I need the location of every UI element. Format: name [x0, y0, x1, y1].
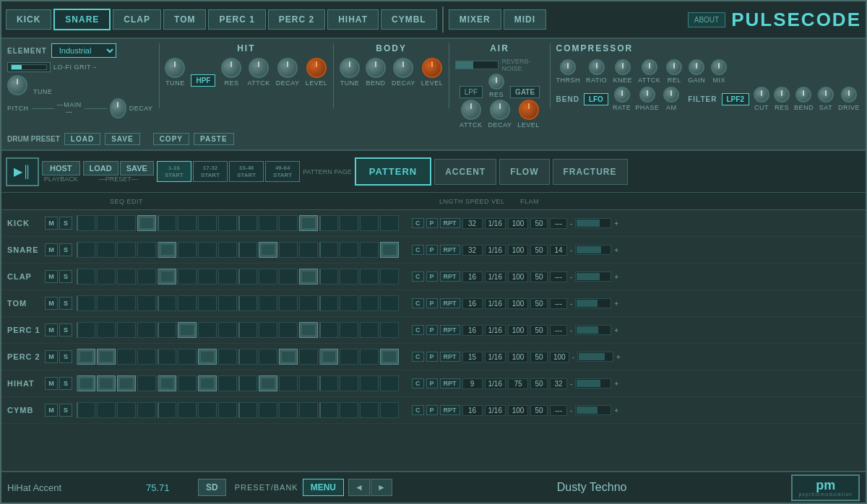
lpf2-button[interactable]: LPF2 [722, 93, 749, 105]
step-4-4[interactable] [158, 322, 176, 338]
hit-attck-knob-ctrl[interactable] [249, 58, 269, 78]
step-7-10[interactable] [279, 402, 298, 418]
level-minus-1[interactable]: - [569, 246, 573, 254]
level-plus-5[interactable]: + [616, 353, 621, 361]
comp-ratio-ctrl[interactable] [589, 59, 605, 75]
step-6-5[interactable] [178, 375, 197, 391]
flam-val-2[interactable]: --- [550, 271, 567, 282]
step-2-2[interactable] [117, 269, 136, 284]
pattern-button[interactable]: PATTERN [355, 157, 431, 186]
step-3-8[interactable] [238, 295, 257, 311]
step-1-5[interactable] [178, 242, 197, 258]
step-5-3[interactable] [137, 349, 156, 365]
step-3-3[interactable] [137, 295, 156, 311]
flam-box-7[interactable]: 50 [530, 405, 548, 416]
level-minus-7[interactable]: - [569, 407, 573, 414]
step-0-9[interactable] [259, 215, 277, 231]
level-minus-4[interactable]: - [569, 326, 573, 334]
ms-btn-s-6[interactable]: S [59, 377, 72, 390]
flam-box-3[interactable]: 50 [530, 298, 548, 309]
step-7-7[interactable] [218, 402, 237, 418]
step-3-6[interactable] [198, 295, 217, 311]
step-0-7[interactable] [218, 215, 237, 231]
flam-val-7[interactable]: --- [550, 405, 567, 416]
speed-box-0[interactable]: 1/16 [485, 218, 506, 229]
lpf-button[interactable]: LPF [460, 86, 483, 98]
tab-tom[interactable]: TOM [163, 9, 206, 30]
step-0-5[interactable] [178, 215, 197, 231]
comp-attck-ctrl[interactable] [642, 59, 657, 75]
ms-btn-s-7[interactable]: S [59, 404, 72, 417]
step-5-8[interactable] [238, 349, 257, 365]
air-res-knob-ctrl[interactable] [488, 74, 504, 90]
step-4-15[interactable] [380, 322, 399, 338]
speed-box-3[interactable]: 1/16 [485, 298, 506, 309]
step-4-3[interactable] [137, 322, 156, 338]
step-7-15[interactable] [380, 402, 399, 418]
step-1-7[interactable] [218, 242, 237, 258]
vel-box-0[interactable]: 100 [508, 218, 528, 229]
step-3-14[interactable] [360, 295, 379, 311]
step-3-10[interactable] [279, 295, 298, 311]
step-5-13[interactable] [340, 349, 358, 365]
flam-box-4[interactable]: 50 [530, 325, 548, 336]
step-6-9[interactable] [259, 375, 277, 391]
load-preset-button[interactable]: LOAD [83, 161, 118, 175]
flam-val-6[interactable]: 32 [550, 378, 567, 389]
step-4-1[interactable] [97, 322, 116, 338]
decay-knob[interactable] [110, 98, 126, 118]
step-3-12[interactable] [319, 295, 338, 311]
step-3-13[interactable] [340, 295, 358, 311]
cpr-btn-p-2[interactable]: P [426, 271, 438, 282]
ms-btn-s-3[interactable]: S [59, 297, 72, 310]
speed-box-4[interactable]: 1/16 [485, 325, 506, 336]
step-6-10[interactable] [279, 375, 298, 391]
step-0-15[interactable] [380, 215, 399, 231]
vel-box-3[interactable]: 100 [508, 298, 528, 309]
step-7-4[interactable] [158, 402, 176, 418]
cpr-btn-c-7[interactable]: C [412, 405, 424, 415]
gate-button[interactable]: GATE [510, 86, 540, 98]
tab-perc2[interactable]: PERC 2 [268, 9, 325, 30]
step-5-12[interactable] [319, 349, 338, 365]
step-2-14[interactable] [360, 269, 379, 284]
tab-hihat[interactable]: HIHAT [327, 9, 379, 30]
step-1-15[interactable] [380, 242, 399, 258]
air-level-knob-ctrl[interactable] [519, 100, 539, 120]
cpr-btn-rpt-1[interactable]: RPT [440, 245, 460, 255]
step-6-15[interactable] [380, 375, 399, 391]
step-4-8[interactable] [238, 322, 257, 338]
hit-res-knob-ctrl[interactable] [221, 58, 241, 78]
tab-snare[interactable]: SNARE [53, 9, 111, 30]
level-minus-0[interactable]: - [569, 220, 573, 227]
vel-box-5[interactable]: 100 [508, 352, 528, 362]
step-7-5[interactable] [178, 402, 197, 418]
flam-box-1[interactable]: 50 [530, 245, 548, 256]
step-4-2[interactable] [117, 322, 136, 338]
length-box-0[interactable]: 32 [462, 218, 483, 229]
level-plus-3[interactable]: + [613, 300, 619, 308]
speed-box-7[interactable]: 1/16 [485, 405, 506, 416]
page-btn-1-16[interactable]: 1-16 START [157, 161, 191, 182]
element-select[interactable]: Industrial [51, 43, 116, 58]
cpr-btn-c-5[interactable]: C [412, 352, 424, 362]
step-5-10[interactable] [279, 349, 298, 365]
step-1-9[interactable] [259, 242, 277, 258]
step-1-12[interactable] [319, 242, 338, 258]
step-2-6[interactable] [198, 269, 217, 284]
ms-btn-s-5[interactable]: S [59, 350, 72, 363]
save-preset-button[interactable]: SAVE [120, 161, 154, 175]
filter-bend-ctrl[interactable] [795, 87, 811, 103]
level-plus-0[interactable]: + [613, 220, 619, 227]
step-1-10[interactable] [279, 242, 298, 258]
step-4-7[interactable] [218, 322, 237, 338]
prev-arrow[interactable]: ◄ [348, 479, 370, 496]
step-5-6[interactable] [198, 349, 217, 365]
accent-button[interactable]: ACCENT [434, 159, 496, 185]
step-1-6[interactable] [198, 242, 217, 258]
step-2-15[interactable] [380, 269, 399, 284]
step-4-9[interactable] [259, 322, 277, 338]
flam-box-6[interactable]: 50 [530, 378, 548, 389]
step-1-3[interactable] [137, 242, 156, 258]
cpr-btn-c-3[interactable]: C [412, 298, 424, 308]
